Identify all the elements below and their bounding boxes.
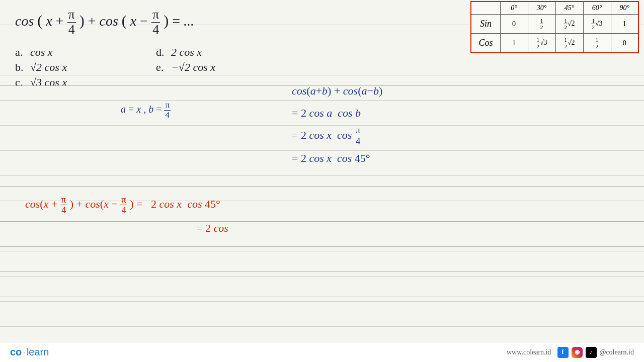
- trig-table: 0° 30° 45° 60° 90° Sin 0 12 12√2 12√3 1 …: [470, 1, 639, 53]
- separator-3: [0, 221, 644, 222]
- working-blue-line4: = 2 cos x cos 45°: [292, 148, 636, 169]
- footer-social: f ◉ ♪ @colearn.id: [557, 347, 634, 358]
- option-a: a. cos x: [15, 46, 156, 59]
- option-c: c. √3 cos x: [15, 76, 156, 89]
- separator-7: [0, 322, 644, 322]
- brand-logo: co·learn: [10, 346, 49, 358]
- option-d-value: 2 cos x: [171, 46, 202, 59]
- option-c-value: √3 cos x: [30, 76, 67, 89]
- working-note: a = x , b = π4: [121, 101, 171, 120]
- answer-options: a. cos x d. 2 cos x b. √2 cos x e. −√2 c…: [15, 46, 307, 89]
- footer-right: www.colearn.id f ◉ ♪ @colearn.id: [507, 347, 634, 358]
- separator-5: [0, 272, 644, 272]
- option-e-label: e.: [156, 61, 165, 74]
- option-e: e. −√2 cos x: [156, 61, 297, 74]
- separator-6: [0, 297, 644, 297]
- option-a-label: a.: [15, 46, 24, 59]
- working-red-line1: cos(x + π4 ) + cos(x − π4 ) = 2 cos x co…: [15, 194, 636, 216]
- option-d: d. 2 cos x: [156, 46, 297, 59]
- question-text: cos ( x + π4 ) + cos ( x − π4 ) = ...: [15, 8, 307, 37]
- option-b-value: √2 cos x: [30, 61, 67, 74]
- option-a-value: cos x: [30, 46, 53, 59]
- question-area: cos ( x + π4 ) + cos ( x − π4 ) = ... a.…: [15, 8, 307, 89]
- separator-2: [0, 186, 644, 187]
- footer-brand-area: co·learn: [10, 346, 49, 358]
- tiktok-icon: ♪: [586, 347, 597, 358]
- facebook-icon: f: [557, 347, 569, 358]
- option-e-value: −√2 cos x: [171, 61, 215, 74]
- social-handle: @colearn.id: [600, 348, 634, 356]
- instagram-icon: ◉: [572, 347, 583, 358]
- separator-4: [0, 246, 644, 247]
- working-area-red: cos(x + π4 ) + cos(x − π4 ) = 2 cos x co…: [15, 194, 636, 239]
- footer-website: www.colearn.id: [507, 348, 551, 356]
- working-blue-line2: = 2 cos a cos b: [292, 103, 636, 124]
- option-d-label: d.: [156, 46, 165, 59]
- working-area-blue: cos(a+b) + cos(a−b) = 2 cos a cos b = 2 …: [292, 80, 636, 169]
- working-blue-line1: cos(a+b) + cos(a−b): [292, 80, 636, 102]
- working-blue-line3: = 2 cos x cos π4: [292, 125, 636, 147]
- option-c-label: c.: [15, 76, 24, 89]
- option-b-label: b.: [15, 61, 24, 74]
- option-b: b. √2 cos x: [15, 61, 156, 74]
- footer: co·learn www.colearn.id f ◉ ♪ @colearn.i…: [0, 342, 644, 362]
